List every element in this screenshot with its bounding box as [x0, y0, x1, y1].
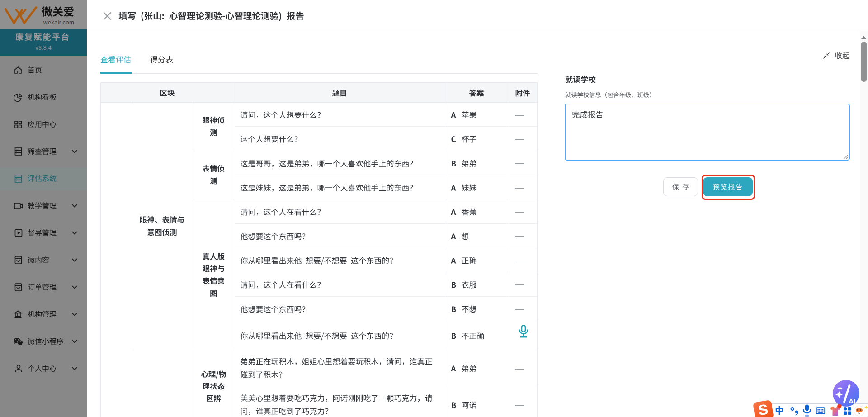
svg-text:AI: AI: [849, 397, 856, 405]
